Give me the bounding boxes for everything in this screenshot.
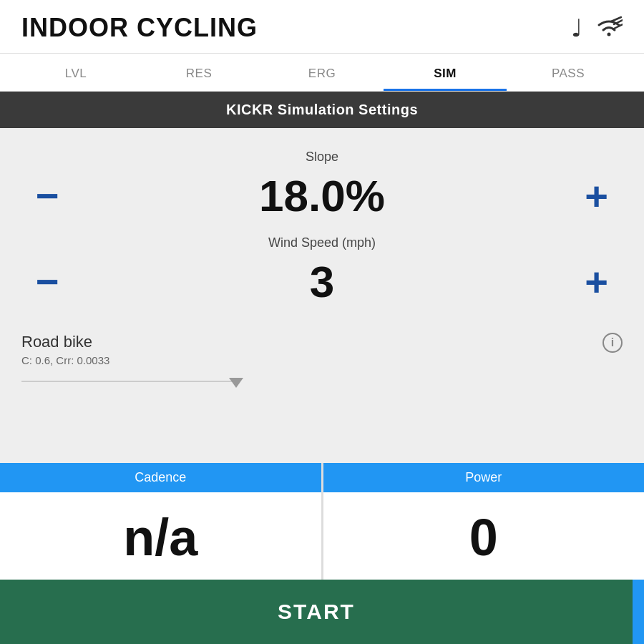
metrics-row: Cadence n/a Power 0 — [0, 463, 644, 580]
header: INDOOR CYCLING ♩ — [0, 0, 644, 54]
cadence-box: Cadence n/a — [0, 463, 321, 580]
bottom-right-indicator — [633, 580, 644, 644]
app-container: INDOOR CYCLING ♩ LVL RES ERG — [0, 0, 644, 644]
spacer — [0, 404, 644, 463]
settings-area: Slope − 18.0% + Wind Speed (mph) − 3 + — [0, 128, 644, 404]
wind-plus-button[interactable]: + — [570, 262, 623, 302]
header-icons: ♩ — [571, 14, 623, 42]
wifi-icon[interactable] — [595, 14, 623, 42]
slope-value: 18.0% — [74, 170, 571, 221]
dropdown-arrow-icon — [229, 378, 243, 388]
bottom-bar: START — [0, 580, 644, 644]
tab-lvl[interactable]: LVL — [14, 54, 137, 91]
wind-speed-control: Wind Speed (mph) − 3 + — [21, 235, 623, 307]
wind-speed-row: − 3 + — [21, 256, 623, 307]
slope-control: Slope − 18.0% + — [21, 150, 623, 221]
wind-speed-value: 3 — [74, 256, 571, 307]
main-content: Slope − 18.0% + Wind Speed (mph) − 3 + — [0, 128, 644, 644]
power-label: Power — [323, 463, 645, 492]
wind-speed-label: Wind Speed (mph) — [268, 235, 376, 250]
info-icon-button[interactable]: i — [602, 333, 623, 353]
power-box: Power 0 — [323, 463, 645, 580]
cadence-value: n/a — [123, 492, 197, 580]
bike-name: Road bike — [21, 333, 236, 351]
wind-minus-button[interactable]: − — [21, 262, 74, 302]
power-value: 0 — [469, 492, 498, 580]
start-button[interactable]: START — [0, 580, 633, 644]
slope-label: Slope — [306, 150, 338, 165]
app-title: INDOOR CYCLING — [21, 13, 258, 43]
bike-params: C: 0.6, Crr: 0.0033 — [21, 354, 236, 366]
bike-selector: Road bike C: 0.6, Crr: 0.0033 i — [21, 321, 623, 389]
tab-res[interactable]: RES — [137, 54, 260, 91]
slope-plus-button[interactable]: + — [570, 176, 623, 216]
slope-row: − 18.0% + — [21, 170, 623, 221]
cadence-label: Cadence — [0, 463, 321, 492]
section-title: KICKR Simulation Settings — [0, 92, 644, 128]
tab-sim[interactable]: SIM — [384, 54, 507, 91]
slope-minus-button[interactable]: − — [21, 176, 74, 216]
music-icon[interactable]: ♩ — [571, 14, 582, 42]
bike-info: Road bike C: 0.6, Crr: 0.0033 — [21, 333, 236, 382]
tab-pass[interactable]: PASS — [507, 54, 630, 91]
tabs-bar: LVL RES ERG SIM PASS — [0, 54, 644, 92]
tab-erg[interactable]: ERG — [260, 54, 384, 91]
